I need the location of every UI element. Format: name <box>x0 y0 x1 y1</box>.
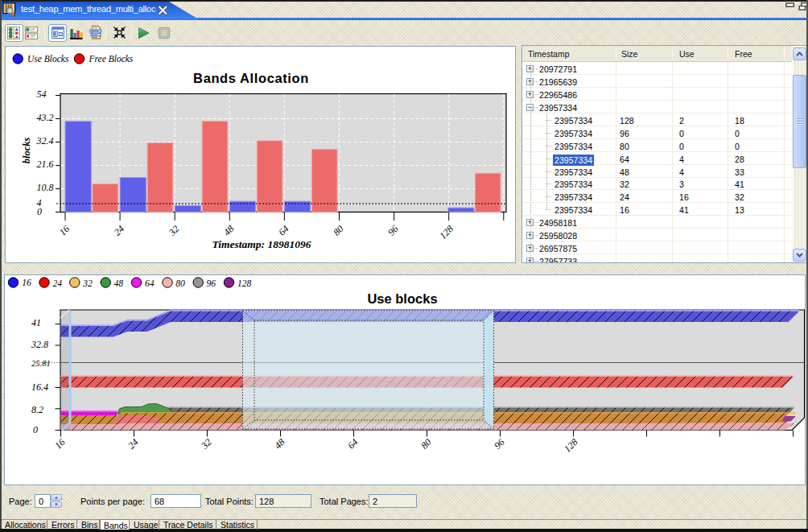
svg-text:blocks: blocks <box>21 138 32 164</box>
svg-text:48: 48 <box>272 436 287 451</box>
svg-text:32: 32 <box>82 278 93 288</box>
svg-text:16: 16 <box>57 223 72 237</box>
svg-text:16: 16 <box>52 436 67 451</box>
svg-text:80: 80 <box>175 278 185 288</box>
svg-text:21.6: 21.6 <box>37 159 54 170</box>
svg-text:64: 64 <box>145 278 155 288</box>
svg-text:Bands Allocation: Bands Allocation <box>193 71 309 85</box>
svg-text:96: 96 <box>385 223 400 237</box>
svg-text:64: 64 <box>276 223 291 237</box>
svg-text:32.8: 32.8 <box>31 339 48 350</box>
svg-text:128: 128 <box>437 223 456 241</box>
svg-text:48: 48 <box>221 223 236 237</box>
svg-text:80: 80 <box>418 436 433 451</box>
svg-text:24: 24 <box>126 436 140 451</box>
svg-text:25.81: 25.81 <box>31 359 51 368</box>
svg-text:16: 16 <box>22 278 31 287</box>
svg-text:24: 24 <box>112 223 126 237</box>
svg-text:96: 96 <box>207 278 216 288</box>
svg-text:41: 41 <box>31 317 41 328</box>
svg-text:43.2: 43.2 <box>37 112 54 123</box>
svg-text:10.8: 10.8 <box>37 182 54 193</box>
svg-text:128: 128 <box>562 436 580 455</box>
svg-text:24: 24 <box>53 278 63 288</box>
svg-text:16.4: 16.4 <box>31 381 48 393</box>
svg-text:80: 80 <box>331 223 345 237</box>
svg-text:Timestamp: 18981096: Timestamp: 18981096 <box>212 238 311 250</box>
svg-text:96: 96 <box>492 436 506 451</box>
svg-text:32: 32 <box>199 436 214 452</box>
svg-text:54: 54 <box>37 89 47 100</box>
svg-text:32: 32 <box>166 223 181 238</box>
svg-text:8.2: 8.2 <box>31 404 43 415</box>
svg-text:Use blocks: Use blocks <box>367 291 437 306</box>
svg-text:32.4: 32.4 <box>36 135 54 146</box>
svg-text:64: 64 <box>345 436 360 451</box>
svg-text:Free Blocks: Free Blocks <box>89 54 134 64</box>
svg-text:128: 128 <box>237 278 252 288</box>
svg-text:0: 0 <box>33 424 38 435</box>
svg-text:Use Blocks: Use Blocks <box>27 54 69 64</box>
svg-text:48: 48 <box>114 278 124 288</box>
svg-text:0: 0 <box>37 206 42 217</box>
